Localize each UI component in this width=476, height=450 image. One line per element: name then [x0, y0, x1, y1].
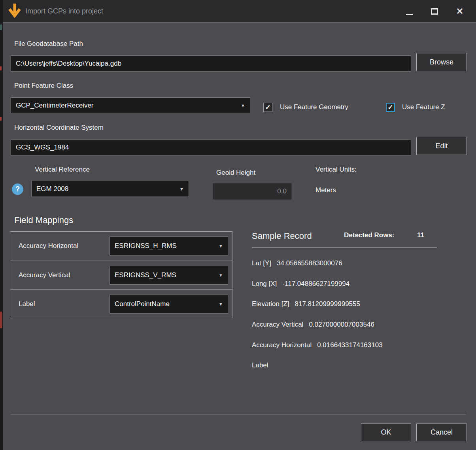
record-value: 817.81209999999555 — [295, 300, 360, 308]
mapping-label: Accuracy Horizontal — [19, 232, 78, 260]
mapping-row: Accuracy Horizontal ESRIGNSS_H_RMS ▼ — [10, 232, 232, 261]
chevron-down-icon: ▼ — [219, 244, 223, 248]
record-label: Label — [252, 361, 268, 369]
chevron-down-icon: ▼ — [219, 302, 223, 306]
sample-record-rows: Lat [Y] 34.056655883000076 Long [X] -117… — [252, 253, 457, 376]
vertical-reference-dropdown[interactable]: EGM 2008 ▼ — [31, 181, 189, 197]
mapping-value: ESRIGNSS_H_RMS — [115, 242, 177, 250]
record-row: Accuracy Vertical 0.0270000007003546 — [252, 314, 457, 335]
chevron-down-icon: ▼ — [179, 187, 184, 191]
background-speck — [0, 25, 2, 30]
record-value: 0.0270000007003546 — [309, 321, 374, 329]
geoid-height-input[interactable] — [213, 183, 292, 200]
vertical-reference-label: Vertical Reference — [35, 166, 90, 174]
close-icon: ✕ — [456, 7, 463, 16]
vertical-reference-value: EGM 2008 — [36, 185, 68, 193]
help-icon[interactable]: ? — [12, 183, 23, 195]
cancel-button[interactable]: Cancel — [416, 424, 467, 441]
geoid-height-label: Geoid Height — [216, 169, 255, 177]
checkmark-icon: ✓ — [265, 104, 270, 111]
record-row: Accuracy Horizontal 0.0166433174163103 — [252, 335, 457, 355]
checkmark-icon: ✓ — [387, 104, 393, 111]
background-speck — [0, 312, 2, 328]
use-feature-z-checkbox[interactable]: ✓ — [386, 103, 395, 112]
field-mappings-box: Accuracy Horizontal ESRIGNSS_H_RMS ▼ Acc… — [10, 231, 232, 318]
sample-record-title: Sample Record — [252, 231, 312, 241]
chevron-down-icon: ▼ — [219, 273, 223, 278]
background-speck — [0, 66, 2, 70]
ok-button[interactable]: OK — [361, 424, 411, 441]
field-mappings-title: Field Mappings — [14, 215, 73, 225]
record-label: Elevation [Z] — [252, 300, 289, 308]
close-button[interactable]: ✕ — [451, 0, 469, 23]
feature-class-label: Point Feature Class — [14, 82, 73, 90]
mapping-value: ControlPointName — [115, 300, 170, 308]
record-row: Elevation [Z] 817.81209999999555 — [252, 294, 457, 314]
record-label: Accuracy Vertical — [252, 321, 303, 329]
maximize-icon — [431, 8, 438, 15]
feature-class-value: GCP_CentimeterReceiver — [16, 102, 94, 110]
background-window-sliver — [0, 0, 3, 450]
maximize-button[interactable] — [425, 0, 444, 23]
use-feature-z-label: Use Feature Z — [402, 103, 445, 111]
mapping-label: Accuracy Vertical — [19, 261, 70, 289]
record-row: Long [X] -117.04886627199994 — [252, 274, 457, 294]
gdb-path-label: File Geodatabase Path — [14, 40, 83, 48]
accuracy-vertical-dropdown[interactable]: ESRIGNSS_V_RMS ▼ — [110, 266, 228, 285]
mapping-label: Label — [19, 290, 35, 318]
background-speck — [0, 117, 2, 121]
record-value: -117.04886627199994 — [282, 280, 349, 288]
record-label: Accuracy Horizontal — [252, 341, 312, 349]
detected-rows-value: 11 — [417, 231, 424, 239]
hcs-label: Horizontal Coordinate System — [14, 124, 104, 132]
vertical-units-label: Vertical Units: — [315, 166, 357, 174]
minimize-icon — [406, 14, 413, 15]
mapping-row: Accuracy Vertical ESRIGNSS_V_RMS ▼ — [10, 261, 232, 289]
vertical-units-value: Meters — [315, 186, 336, 194]
sample-record-divider — [252, 247, 437, 248]
record-value: 34.056655883000076 — [277, 259, 342, 267]
window-title: Import GCPs into project — [25, 0, 103, 23]
record-label: Lat [Y] — [252, 259, 271, 267]
feature-class-dropdown[interactable]: GCP_CentimeterReceiver ▼ — [11, 97, 250, 114]
detected-rows-label: Detected Rows: — [344, 231, 395, 239]
browse-button[interactable]: Browse — [416, 53, 467, 71]
mapping-row: Label ControlPointName ▼ — [10, 289, 232, 318]
download-arrow-icon — [8, 3, 21, 18]
edit-button[interactable]: Edit — [416, 137, 467, 155]
gdb-path-input[interactable] — [11, 55, 411, 72]
label-dropdown[interactable]: ControlPointName ▼ — [110, 295, 228, 314]
mapping-value: ESRIGNSS_V_RMS — [115, 271, 176, 279]
use-feature-geometry-checkbox[interactable]: ✓ — [263, 103, 272, 112]
record-row: Lat [Y] 34.056655883000076 — [252, 253, 457, 274]
footer-divider — [11, 414, 466, 414]
chevron-down-icon: ▼ — [241, 103, 245, 108]
record-value: 0.0166433174163103 — [317, 341, 382, 349]
accuracy-horizontal-dropdown[interactable]: ESRIGNSS_H_RMS ▼ — [110, 236, 228, 255]
titlebar: Import GCPs into project ✕ — [3, 0, 476, 23]
import-gcps-dialog: Import GCPs into project ✕ File Geodatab… — [3, 0, 476, 450]
hcs-input[interactable] — [11, 139, 411, 155]
record-row: Label — [252, 355, 457, 376]
use-feature-geometry-label: Use Feature Geometry — [280, 103, 348, 111]
minimize-button[interactable] — [400, 0, 418, 23]
record-label: Long [X] — [252, 280, 277, 288]
